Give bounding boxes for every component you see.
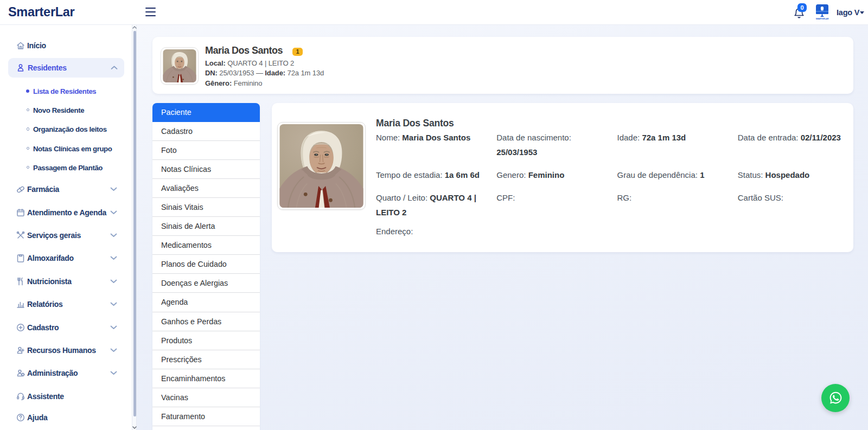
svg-text:SMARTERLAR: SMARTERLAR xyxy=(816,18,829,20)
